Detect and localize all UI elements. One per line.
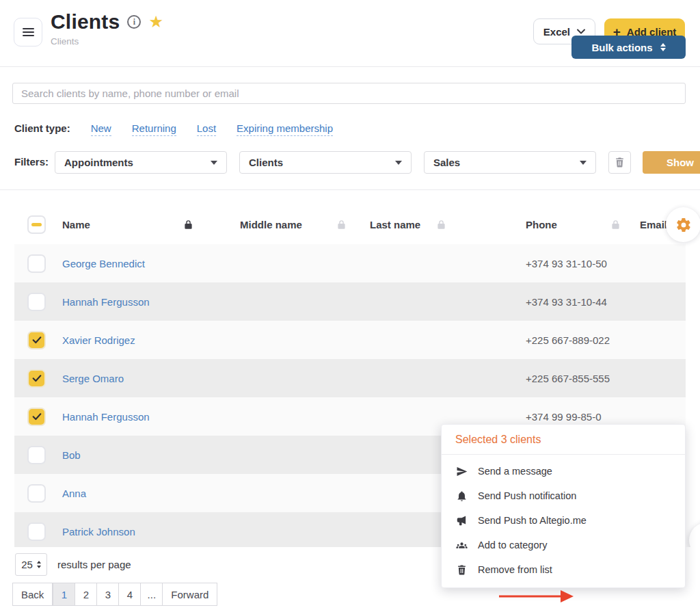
excel-label: Excel (543, 26, 570, 38)
people-icon (455, 540, 468, 551)
send-icon (455, 466, 468, 477)
gear-icon (675, 217, 692, 233)
client-type-label: Client type: (14, 122, 70, 134)
stepper-arrows-icon (37, 561, 41, 568)
per-page-value: 25 (21, 559, 33, 570)
select-all-checkbox[interactable] (27, 215, 46, 234)
lock-icon (183, 220, 193, 230)
per-page-select[interactable]: 25 (15, 553, 47, 576)
per-page-label: results per page (57, 559, 131, 570)
filters-row: Filters: Appointments Clients Sales Show (0, 151, 700, 174)
pagination: Back 1234... Forward (12, 583, 217, 606)
lock-icon (336, 220, 347, 230)
client-phone: +374 99 99-85-0 (526, 411, 602, 423)
bulk-menu-item-label: Send Push to Altegio.me (478, 515, 587, 526)
info-icon[interactable]: i (127, 15, 141, 29)
row-checkbox[interactable] (27, 484, 46, 503)
column-settings-button[interactable] (666, 207, 700, 242)
filter-value: Clients (249, 157, 283, 168)
indeterminate-dash-icon (31, 223, 42, 226)
favorite-star-icon[interactable]: ★ (148, 14, 163, 30)
client-name-link[interactable]: Xavier Rodrigez (62, 334, 135, 346)
bulk-menu-item-label: Send Push notification (478, 490, 576, 501)
show-button[interactable]: Show (643, 151, 700, 174)
row-checkbox[interactable] (27, 331, 46, 349)
bulk-menu-item[interactable]: Send Push to Altegio.me (442, 508, 685, 533)
row-checkbox[interactable] (27, 522, 46, 541)
client-type-expiring[interactable]: Expiring membership (237, 122, 333, 136)
pagination-page-4[interactable]: 4 (118, 583, 141, 606)
filter-select-clients[interactable]: Clients (239, 151, 412, 174)
client-type-lost[interactable]: Lost (197, 122, 216, 136)
client-name-link[interactable]: Serge Omaro (62, 373, 124, 384)
annotation-arrow-icon (498, 587, 574, 605)
bulk-menu-item[interactable]: Remove from list (442, 557, 685, 582)
pagination-forward-button[interactable]: Forward (162, 583, 217, 606)
column-header-name[interactable]: Name (62, 219, 90, 230)
client-name-link[interactable]: Bob (62, 449, 81, 461)
menu-button[interactable] (14, 18, 42, 47)
client-type-row: Client type: New Returning Lost Expiring… (14, 122, 333, 136)
trash-icon (614, 157, 625, 168)
bulk-menu-item[interactable]: Send a message (442, 459, 685, 483)
client-type-new[interactable]: New (91, 122, 111, 136)
trash-icon (455, 564, 468, 576)
caret-down-icon (580, 161, 587, 165)
pagination-page-2[interactable]: 2 (75, 583, 97, 606)
column-header-phone[interactable]: Phone (526, 219, 557, 230)
client-name-link[interactable]: Hannah Fergusson (62, 411, 150, 423)
table-row[interactable]: Xavier Rodrigez+225 667-889-022 (14, 321, 686, 359)
bulk-actions-button[interactable]: Bulk actions (571, 36, 686, 59)
search-input[interactable] (12, 83, 686, 104)
sort-arrows-icon (660, 43, 666, 52)
table-row[interactable]: Hannah Fergusson+374 93 31-10-44 (14, 282, 686, 321)
client-name-link[interactable]: Hannah Fergusson (62, 296, 150, 308)
bell-icon (455, 490, 468, 502)
client-name-link[interactable]: Patrick Johnson (62, 526, 135, 538)
client-phone: +225 667-855-555 (526, 373, 610, 384)
page-title: Clients (51, 10, 120, 34)
filters-label: Filters: (14, 156, 49, 168)
bulk-menu-item[interactable]: Send Push notification (442, 483, 685, 508)
bulk-actions-label: Bulk actions (591, 42, 652, 53)
clear-filters-button[interactable] (608, 151, 631, 174)
column-header-middle-name[interactable]: Middle name (240, 219, 302, 230)
bulk-menu-item-label: Remove from list (478, 564, 552, 575)
pagination-back-button[interactable]: Back (12, 583, 53, 606)
row-checkbox[interactable] (27, 293, 46, 311)
divider (0, 189, 700, 190)
selected-count-label: Selected 3 clients (442, 425, 685, 455)
column-header-last-name[interactable]: Last name (370, 219, 420, 230)
caret-down-icon (395, 161, 402, 165)
client-phone: +374 93 31-10-50 (526, 258, 607, 269)
client-phone: +225 667-889-022 (526, 334, 610, 346)
breadcrumb: Clients (51, 36, 163, 47)
pagination-page-1[interactable]: 1 (53, 583, 75, 606)
client-name-link[interactable]: Anna (62, 488, 86, 499)
filter-select-appointments[interactable]: Appointments (55, 151, 227, 174)
pagination-page-...[interactable]: ... (140, 583, 163, 606)
table-row[interactable]: George Bennedict+374 93 31-10-50 (14, 244, 686, 282)
bulk-menu-item-label: Add to category (478, 540, 548, 551)
filter-value: Appointments (64, 157, 133, 168)
row-checkbox[interactable] (27, 254, 46, 273)
table-header-row: Name Middle name Last name Phone Email (14, 205, 686, 244)
pagination-page-3[interactable]: 3 (96, 583, 119, 606)
client-name-link[interactable]: George Bennedict (62, 258, 145, 269)
column-header-email[interactable]: Email (640, 219, 667, 230)
client-phone: +374 93 31-10-44 (526, 296, 607, 308)
lock-icon (610, 220, 621, 230)
title-block: Clients i ★ Clients (51, 10, 163, 47)
caret-down-icon (211, 161, 217, 165)
table-row[interactable]: Serge Omaro+225 667-855-555 (14, 359, 686, 397)
row-checkbox[interactable] (27, 408, 46, 426)
client-type-returning[interactable]: Returning (132, 122, 176, 136)
row-checkbox[interactable] (27, 369, 46, 388)
row-checkbox[interactable] (27, 446, 46, 464)
bulk-menu-item[interactable]: Add to category (442, 533, 685, 557)
filter-select-sales[interactable]: Sales (424, 151, 596, 174)
filter-value: Sales (433, 157, 460, 168)
lock-icon (436, 220, 446, 230)
hamburger-icon (23, 26, 34, 38)
bulk-actions-menu: Selected 3 clients Send a messageSend Pu… (441, 424, 686, 588)
